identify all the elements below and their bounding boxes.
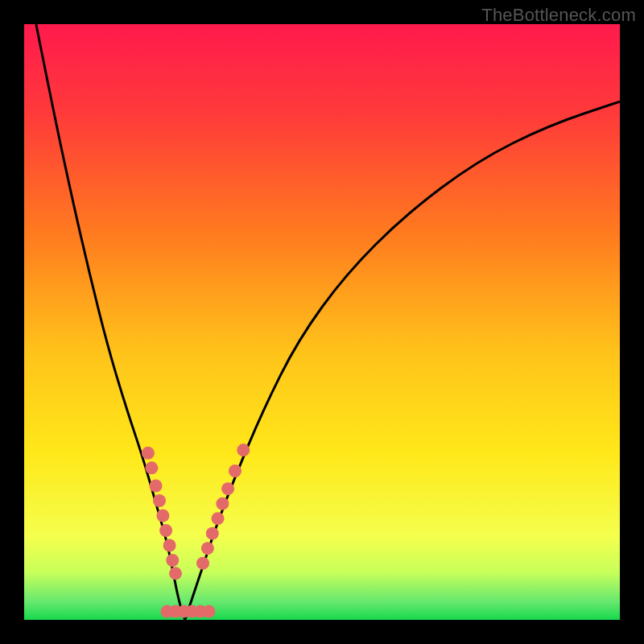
- data-dot: [159, 524, 172, 537]
- data-dot: [142, 447, 155, 460]
- data-dot: [145, 461, 158, 474]
- plot-svg: [24, 24, 620, 620]
- data-dot: [156, 510, 169, 522]
- gradient-bg: [24, 24, 620, 620]
- data-dot: [201, 542, 214, 555]
- chart-stage: TheBottleneck.com: [0, 0, 644, 644]
- data-dot: [150, 480, 163, 493]
- data-dot: [163, 539, 176, 552]
- data-dot: [202, 605, 215, 618]
- watermark-text: TheBottleneck.com: [481, 5, 636, 26]
- plot-area: [24, 24, 620, 620]
- data-dot: [169, 567, 182, 580]
- data-dot: [166, 554, 179, 567]
- data-dot: [237, 444, 250, 456]
- data-dot: [221, 482, 234, 495]
- data-dot: [206, 527, 219, 540]
- data-dot: [196, 557, 209, 570]
- data-dot: [153, 494, 166, 507]
- data-dot: [216, 497, 229, 510]
- data-dot: [212, 512, 225, 525]
- data-dot: [229, 464, 242, 477]
